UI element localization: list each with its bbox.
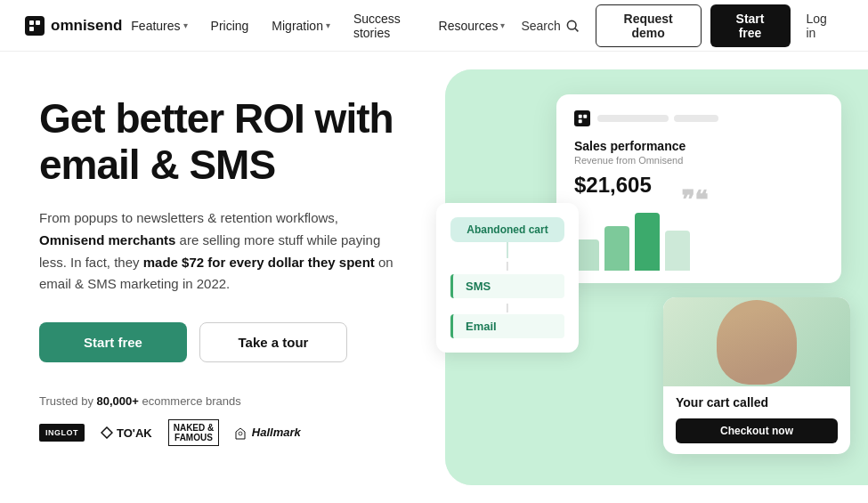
navigation: omnisend Features ▾ Pricing Migration ▾ … bbox=[0, 0, 868, 52]
wf-email-item: Email bbox=[450, 314, 564, 338]
request-demo-button[interactable]: Request demo bbox=[596, 4, 702, 47]
dashboard-header bbox=[574, 110, 823, 126]
hero-buttons: Start free Take a tour bbox=[39, 322, 420, 362]
trusted-text: Trusted by 80,000+ ecommerce brands bbox=[39, 394, 420, 408]
take-tour-button[interactable]: Take a tour bbox=[199, 322, 347, 362]
wf-pill-abandoned-cart: Abandoned cart bbox=[450, 217, 564, 242]
brand-inglot: INGLOT bbox=[39, 420, 85, 445]
brand-toak: TO'AK bbox=[101, 420, 152, 445]
trusted-count: 80,000+ bbox=[97, 394, 139, 408]
svg-rect-1 bbox=[36, 20, 40, 25]
nav-links: Features ▾ Pricing Migration ▾ Success s… bbox=[122, 6, 514, 45]
dashboard-sublabel: Revenue from Omnisend bbox=[574, 155, 823, 166]
hero-section: Get better ROI with email & SMS From pop… bbox=[0, 52, 868, 503]
svg-line-4 bbox=[575, 28, 579, 31]
checkout-now-button[interactable]: Checkout now bbox=[676, 418, 838, 443]
hero-left: Get better ROI with email & SMS From pop… bbox=[0, 52, 445, 503]
search-icon bbox=[565, 19, 580, 33]
cart-card-body: Your cart called Checkout now bbox=[663, 386, 850, 454]
wf-connector-1 bbox=[507, 242, 508, 258]
nav-actions: Search Request demo Start free Log in bbox=[514, 4, 843, 47]
deco-quotes: ❞❝ bbox=[681, 185, 708, 215]
start-free-hero-button[interactable]: Start free bbox=[39, 322, 187, 362]
bar-4 bbox=[665, 231, 690, 271]
hero-right: Sales performance Revenue from Omnisend … bbox=[445, 69, 868, 485]
nav-features[interactable]: Features ▾ bbox=[122, 13, 196, 38]
svg-rect-0 bbox=[29, 20, 34, 25]
dashboard-title: Sales performance bbox=[574, 139, 823, 153]
cart-popup-title: Your cart called bbox=[676, 395, 838, 410]
wf-sms-item: SMS bbox=[450, 274, 564, 298]
resources-chevron-icon: ▾ bbox=[500, 20, 505, 30]
nav-success-stories[interactable]: Success stories bbox=[345, 6, 425, 45]
workflow-card: Abandoned cart | SMS | Email bbox=[436, 203, 579, 353]
dash-line-2 bbox=[674, 115, 718, 122]
svg-rect-8 bbox=[578, 119, 581, 123]
cart-popup-card: Your cart called Checkout now bbox=[663, 297, 850, 454]
brand-logos: INGLOT TO'AK NAKED &FAMOUS Hallmark bbox=[39, 420, 420, 445]
dashboard-bars bbox=[574, 208, 823, 271]
dash-line-1 bbox=[597, 115, 669, 122]
svg-point-5 bbox=[239, 432, 242, 435]
brand-hallmark: Hallmark bbox=[235, 420, 301, 445]
hero-description: From popups to newsletters & retention w… bbox=[39, 207, 395, 296]
hero-bold-1: Omnisend merchants bbox=[39, 232, 175, 247]
brand-naked-famous: NAKED &FAMOUS bbox=[168, 420, 220, 445]
dash-header-lines bbox=[597, 115, 823, 122]
cart-popup-image bbox=[663, 297, 850, 386]
dash-logo-icon bbox=[574, 110, 590, 126]
features-chevron-icon: ▾ bbox=[183, 20, 188, 30]
hero-title: Get better ROI with email & SMS bbox=[39, 96, 420, 188]
bar-3 bbox=[635, 213, 660, 271]
logo-icon bbox=[25, 16, 45, 36]
person-image bbox=[717, 300, 797, 385]
nav-pricing[interactable]: Pricing bbox=[202, 13, 258, 38]
search-button[interactable]: Search bbox=[514, 13, 586, 38]
svg-rect-7 bbox=[583, 114, 587, 118]
migration-chevron-icon: ▾ bbox=[326, 20, 330, 30]
login-link[interactable]: Log in bbox=[799, 6, 844, 45]
svg-rect-6 bbox=[578, 114, 581, 118]
svg-rect-2 bbox=[29, 27, 34, 31]
wf-abandoned-cart: Abandoned cart | SMS | Email bbox=[450, 217, 564, 338]
logo[interactable]: omnisend bbox=[25, 16, 122, 36]
nav-migration[interactable]: Migration ▾ bbox=[263, 13, 339, 38]
bar-2 bbox=[604, 226, 629, 271]
nav-resources[interactable]: Resources ▾ bbox=[430, 13, 515, 38]
start-free-nav-button[interactable]: Start free bbox=[710, 4, 791, 47]
svg-point-3 bbox=[567, 20, 576, 29]
hero-bold-2: made $72 for every dollar they spent bbox=[143, 255, 375, 270]
